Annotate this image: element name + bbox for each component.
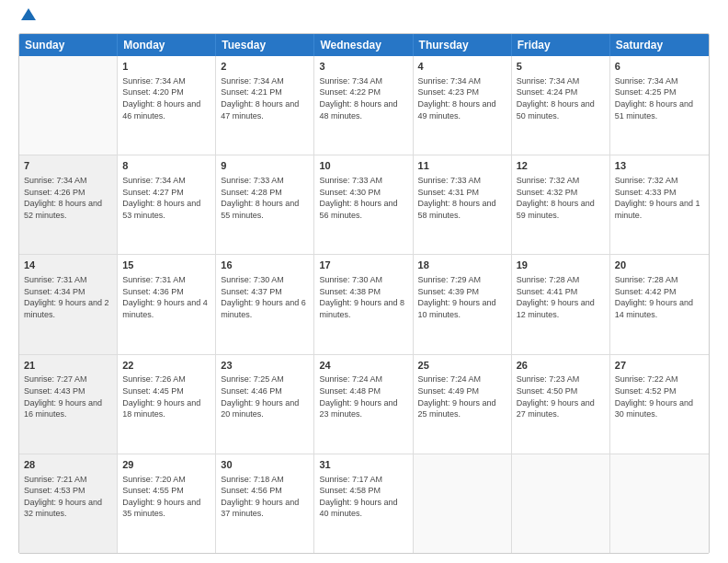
calendar-cell [512,454,610,553]
day-details: Sunrise: 7:21 AMSunset: 4:53 PMDaylight:… [24,474,112,520]
week-row-2: 7Sunrise: 7:34 AMSunset: 4:26 PMDaylight… [19,155,709,255]
day-details: Sunrise: 7:34 AMSunset: 4:24 PMDaylight:… [517,75,605,121]
day-number: 19 [517,259,605,272]
calendar-cell: 31Sunrise: 7:17 AMSunset: 4:58 PMDayligh… [314,454,413,553]
day-details: Sunrise: 7:33 AMSunset: 4:30 PMDaylight:… [319,175,407,221]
day-details: Sunrise: 7:30 AMSunset: 4:38 PMDaylight:… [319,274,407,320]
header-day-wednesday: Wednesday [314,34,413,56]
day-number: 24 [319,359,407,373]
day-details: Sunrise: 7:32 AMSunset: 4:33 PMDaylight:… [615,175,704,221]
calendar-cell: 26Sunrise: 7:23 AMSunset: 4:50 PMDayligh… [512,355,610,454]
day-details: Sunrise: 7:25 AMSunset: 4:46 PMDaylight:… [221,373,309,419]
day-details: Sunrise: 7:20 AMSunset: 4:55 PMDaylight:… [122,474,210,520]
day-details: Sunrise: 7:24 AMSunset: 4:48 PMDaylight:… [319,373,407,419]
day-details: Sunrise: 7:23 AMSunset: 4:50 PMDaylight:… [517,373,605,419]
week-row-5: 28Sunrise: 7:21 AMSunset: 4:53 PMDayligh… [19,454,709,553]
day-number: 23 [221,359,309,373]
day-number: 25 [418,359,506,373]
day-number: 16 [221,259,309,272]
calendar-cell: 1Sunrise: 7:34 AMSunset: 4:20 PMDaylight… [118,56,216,155]
day-details: Sunrise: 7:29 AMSunset: 4:39 PMDaylight:… [418,274,506,320]
day-number: 27 [615,359,704,373]
day-number: 12 [517,159,605,173]
day-number: 8 [122,159,210,173]
day-number: 21 [24,359,112,373]
day-number: 13 [615,159,704,173]
calendar-header: SundayMondayTuesdayWednesdayThursdayFrid… [19,34,709,56]
week-row-4: 21Sunrise: 7:27 AMSunset: 4:43 PMDayligh… [19,355,709,454]
calendar-cell: 19Sunrise: 7:28 AMSunset: 4:41 PMDayligh… [512,255,610,353]
day-details: Sunrise: 7:26 AMSunset: 4:45 PMDaylight:… [122,373,210,419]
svg-marker-0 [21,8,36,20]
day-details: Sunrise: 7:33 AMSunset: 4:28 PMDaylight:… [221,175,309,221]
calendar-cell: 15Sunrise: 7:31 AMSunset: 4:36 PMDayligh… [118,255,216,353]
calendar-cell: 17Sunrise: 7:30 AMSunset: 4:38 PMDayligh… [314,255,413,353]
calendar-cell: 22Sunrise: 7:26 AMSunset: 4:45 PMDayligh… [118,355,216,454]
day-number: 6 [615,60,704,74]
day-number: 3 [319,60,407,74]
day-details: Sunrise: 7:18 AMSunset: 4:56 PMDaylight:… [221,474,309,520]
header-day-saturday: Saturday [610,34,709,56]
day-details: Sunrise: 7:17 AMSunset: 4:58 PMDaylight:… [319,474,407,520]
calendar-cell: 14Sunrise: 7:31 AMSunset: 4:34 PMDayligh… [19,255,118,353]
calendar-cell: 9Sunrise: 7:33 AMSunset: 4:28 PMDaylight… [216,155,314,254]
day-number: 26 [517,359,605,373]
day-number: 17 [319,259,407,272]
day-details: Sunrise: 7:22 AMSunset: 4:52 PMDaylight:… [615,373,704,419]
calendar-cell: 3Sunrise: 7:34 AMSunset: 4:22 PMDaylight… [314,56,413,155]
calendar-cell: 16Sunrise: 7:30 AMSunset: 4:37 PMDayligh… [216,255,314,353]
header-day-sunday: Sunday [19,34,118,56]
calendar: SundayMondayTuesdayWednesdayThursdayFrid… [18,33,710,554]
calendar-cell: 5Sunrise: 7:34 AMSunset: 4:24 PMDaylight… [512,56,610,155]
calendar-cell: 11Sunrise: 7:33 AMSunset: 4:31 PMDayligh… [414,155,512,254]
day-number: 11 [418,159,506,173]
calendar-cell: 29Sunrise: 7:20 AMSunset: 4:55 PMDayligh… [118,454,216,553]
day-number: 22 [122,359,210,373]
week-row-3: 14Sunrise: 7:31 AMSunset: 4:34 PMDayligh… [19,255,709,354]
day-number: 2 [221,60,309,74]
calendar-cell: 12Sunrise: 7:32 AMSunset: 4:32 PMDayligh… [512,155,610,254]
day-number: 18 [418,259,506,272]
day-number: 14 [24,259,112,272]
calendar-cell: 18Sunrise: 7:29 AMSunset: 4:39 PMDayligh… [414,255,512,353]
day-details: Sunrise: 7:31 AMSunset: 4:36 PMDaylight:… [122,274,210,320]
day-number: 1 [122,60,210,74]
day-details: Sunrise: 7:34 AMSunset: 4:21 PMDaylight:… [221,75,309,121]
calendar-cell [19,56,118,155]
calendar-cell: 6Sunrise: 7:34 AMSunset: 4:25 PMDaylight… [610,56,709,155]
day-number: 4 [418,60,506,74]
calendar-cell: 30Sunrise: 7:18 AMSunset: 4:56 PMDayligh… [216,454,314,553]
day-details: Sunrise: 7:34 AMSunset: 4:27 PMDaylight:… [122,175,210,221]
day-details: Sunrise: 7:28 AMSunset: 4:41 PMDaylight:… [517,274,605,320]
day-details: Sunrise: 7:34 AMSunset: 4:22 PMDaylight:… [319,75,407,121]
calendar-cell: 27Sunrise: 7:22 AMSunset: 4:52 PMDayligh… [610,355,709,454]
day-details: Sunrise: 7:24 AMSunset: 4:49 PMDaylight:… [418,373,506,419]
day-number: 29 [122,458,210,472]
day-details: Sunrise: 7:31 AMSunset: 4:34 PMDaylight:… [24,274,112,320]
day-number: 10 [319,159,407,173]
calendar-cell: 2Sunrise: 7:34 AMSunset: 4:21 PMDaylight… [216,56,314,155]
day-details: Sunrise: 7:34 AMSunset: 4:26 PMDaylight:… [24,175,112,221]
day-details: Sunrise: 7:27 AMSunset: 4:43 PMDaylight:… [24,373,112,419]
week-row-1: 1Sunrise: 7:34 AMSunset: 4:20 PMDaylight… [19,56,709,155]
header [18,15,710,24]
day-number: 9 [221,159,309,173]
logo [18,15,37,24]
calendar-body: 1Sunrise: 7:34 AMSunset: 4:20 PMDaylight… [19,56,709,553]
day-details: Sunrise: 7:33 AMSunset: 4:31 PMDaylight:… [418,175,506,221]
header-day-thursday: Thursday [414,34,512,56]
calendar-cell [610,454,709,553]
day-details: Sunrise: 7:34 AMSunset: 4:25 PMDaylight:… [615,75,704,121]
day-details: Sunrise: 7:34 AMSunset: 4:23 PMDaylight:… [418,75,506,121]
header-day-tuesday: Tuesday [216,34,314,56]
header-day-friday: Friday [512,34,610,56]
logo-icon [20,7,37,24]
day-number: 15 [122,259,210,272]
day-details: Sunrise: 7:28 AMSunset: 4:42 PMDaylight:… [615,274,704,320]
day-details: Sunrise: 7:30 AMSunset: 4:37 PMDaylight:… [221,274,309,320]
calendar-cell: 7Sunrise: 7:34 AMSunset: 4:26 PMDaylight… [19,155,118,254]
calendar-cell: 10Sunrise: 7:33 AMSunset: 4:30 PMDayligh… [314,155,413,254]
page: SundayMondayTuesdayWednesdayThursdayFrid… [0,0,728,563]
day-number: 30 [221,458,309,472]
calendar-cell: 8Sunrise: 7:34 AMSunset: 4:27 PMDaylight… [118,155,216,254]
